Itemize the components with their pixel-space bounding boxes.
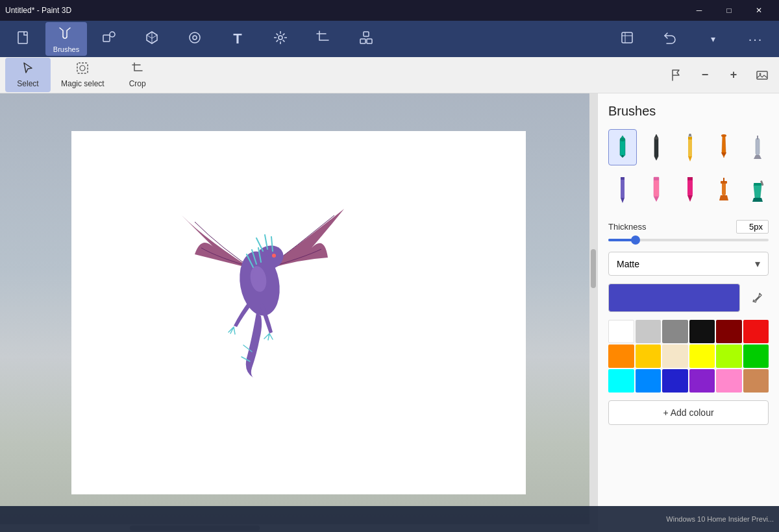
vertical-scrollbar[interactable]	[589, 93, 597, 532]
svg-point-13	[760, 73, 761, 75]
crop-icon	[315, 30, 331, 49]
svg-rect-30	[621, 177, 624, 180]
color-orange[interactable]	[608, 345, 634, 368]
color-lightgray[interactable]	[636, 320, 662, 343]
menu-file[interactable]	[3, 22, 44, 56]
thickness-value[interactable]: 5px	[736, 220, 769, 234]
slider-thumb[interactable]	[631, 236, 640, 245]
brush-marker[interactable]	[608, 129, 637, 165]
brush-bucket[interactable]	[743, 171, 772, 207]
color-yellow[interactable]	[689, 345, 715, 368]
toolbar-magic-select[interactable]: Magic select	[53, 58, 112, 92]
menu-3dlib[interactable]	[345, 22, 387, 56]
brush-spray[interactable]	[743, 129, 772, 165]
menu-crop[interactable]	[303, 22, 344, 56]
add-button[interactable]: +	[722, 64, 745, 87]
stickers-icon	[619, 30, 635, 49]
color-darkred[interactable]	[716, 320, 742, 343]
menu-shapes[interactable]	[88, 22, 130, 56]
brush-highlighter[interactable]	[642, 171, 671, 207]
minus-icon: −	[702, 68, 709, 82]
brush-coloredpencil[interactable]	[608, 171, 637, 207]
color-skin[interactable]	[662, 345, 688, 368]
effects-icon	[187, 30, 203, 49]
color-palette	[608, 320, 769, 393]
menu-brushes[interactable]: Brushes	[45, 22, 87, 56]
color-green[interactable]	[743, 345, 769, 368]
chevron-down-icon: ▾	[755, 258, 760, 270]
slider-fill	[608, 239, 632, 241]
undo-dropdown[interactable]: ▾	[692, 22, 734, 56]
color-cyan[interactable]	[608, 369, 634, 393]
color-purple[interactable]	[689, 369, 715, 393]
canvas-area[interactable]	[0, 93, 597, 532]
toolbar: Select Magic select Crop − +	[0, 57, 779, 93]
text-icon: T	[233, 30, 241, 47]
svg-point-24	[689, 134, 691, 136]
crop-toolbar-icon	[131, 62, 144, 77]
menu-effects[interactable]	[174, 22, 216, 56]
menu-text[interactable]: T	[217, 22, 258, 56]
menu-brushes-label: Brushes	[53, 45, 79, 53]
toolbar-crop[interactable]: Crop	[115, 58, 160, 92]
color-black[interactable]	[689, 320, 715, 343]
color-pink[interactable]	[716, 369, 742, 393]
menu-stickers[interactable]	[606, 22, 648, 56]
color-gold[interactable]	[636, 345, 662, 368]
toolbar-right: − +	[665, 64, 774, 87]
finish-dropdown[interactable]: Matte ▾	[608, 252, 769, 276]
color-navy[interactable]	[662, 369, 688, 393]
right-panel: Brushes	[597, 93, 779, 532]
canvas[interactable]	[71, 131, 526, 494]
svg-rect-1	[103, 35, 110, 42]
svg-rect-32	[654, 177, 659, 180]
svg-point-11	[80, 66, 85, 71]
menu-3d[interactable]	[131, 22, 173, 56]
image-button[interactable]	[750, 64, 774, 87]
color-white[interactable]	[608, 320, 634, 343]
brush-pen[interactable]	[642, 129, 671, 165]
menu-canvas[interactable]	[260, 22, 301, 56]
more-button[interactable]: ···	[735, 22, 776, 56]
finish-label: Matte	[617, 259, 639, 269]
minimize-button[interactable]: ─	[684, 0, 714, 21]
plus-icon: +	[730, 68, 737, 82]
thickness-slider[interactable]	[608, 239, 769, 241]
svg-rect-7	[367, 39, 372, 43]
add-colour-button[interactable]: + Add colour	[608, 400, 769, 425]
toolbar-select[interactable]: Select	[5, 58, 51, 92]
scrollbar-thumb-v[interactable]	[591, 249, 596, 288]
svg-point-4	[193, 36, 197, 40]
remove-button[interactable]: −	[693, 64, 717, 87]
svg-point-3	[190, 32, 200, 43]
undo-icon	[663, 30, 677, 48]
svg-point-16	[272, 254, 276, 258]
color-red[interactable]	[743, 320, 769, 343]
brush-pencil[interactable]	[676, 129, 704, 165]
svg-rect-27	[757, 136, 758, 139]
color-gray[interactable]	[662, 320, 688, 343]
brush-spray2[interactable]	[710, 171, 738, 207]
svg-rect-8	[364, 32, 369, 36]
svg-rect-26	[756, 138, 760, 155]
flag-button[interactable]	[665, 64, 688, 87]
undo-button[interactable]	[649, 22, 691, 56]
color-lime[interactable]	[716, 345, 742, 368]
brush-oilbrush[interactable]	[710, 129, 738, 165]
svg-rect-0	[18, 32, 27, 43]
close-button[interactable]: ✕	[744, 0, 774, 21]
maximize-button[interactable]: □	[714, 0, 744, 21]
svg-marker-29	[621, 198, 624, 203]
svg-rect-6	[360, 39, 365, 43]
selected-color-swatch[interactable]	[608, 284, 740, 312]
color-blue[interactable]	[636, 369, 662, 393]
svg-rect-28	[621, 177, 624, 198]
file-icon	[16, 30, 31, 49]
svg-rect-22	[688, 137, 692, 139]
eyedropper-button[interactable]	[745, 286, 769, 309]
panel-title: Brushes	[608, 104, 769, 119]
brush-marker2[interactable]	[676, 171, 704, 207]
menubar: Brushes T	[0, 21, 779, 57]
color-brown[interactable]	[743, 369, 769, 393]
crop-label: Crop	[129, 79, 146, 88]
